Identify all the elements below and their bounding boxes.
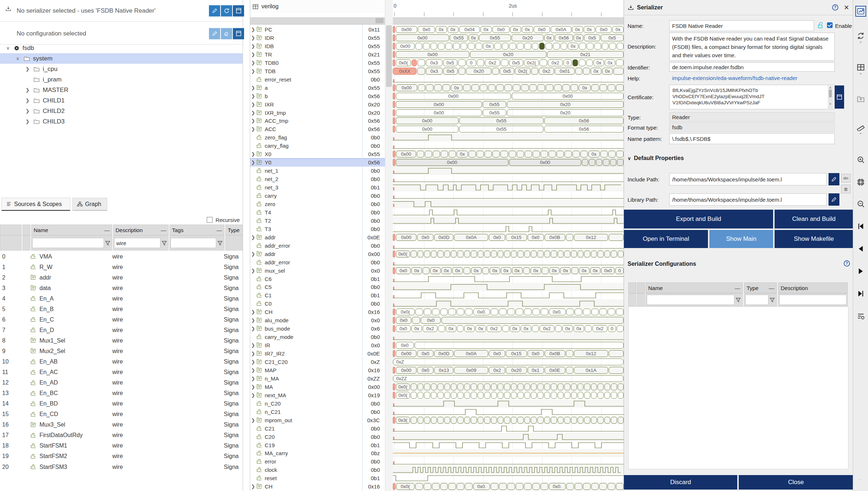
filter-input-description[interactable]: wire bbox=[114, 238, 160, 248]
signal-list-item-T4[interactable]: T4 0b0 bbox=[250, 208, 385, 217]
help-link[interactable]: impulse-extension/eda-waveform/fsdb-nati… bbox=[669, 73, 835, 83]
tab-graph[interactable]: Graph bbox=[72, 198, 107, 211]
table-row-En_AD[interactable]: 12 En_AD wire Signa bbox=[0, 378, 243, 388]
chevron-right-icon[interactable]: ❯ bbox=[251, 60, 256, 66]
scroll-up-icon[interactable]: ▲ bbox=[829, 86, 832, 89]
sort-indicator[interactable]: — bbox=[104, 227, 110, 233]
signal-list-item-n_C21[interactable]: n_C21 0b0 bbox=[250, 408, 385, 416]
table-row-data[interactable]: 3 data wire Signa bbox=[0, 283, 243, 293]
signal-list-item-next_MA[interactable]: ❯ next_MA 0x19 bbox=[250, 391, 385, 399]
table-row-addr[interactable]: 2 addr wire Signa bbox=[0, 272, 243, 283]
clean-and-build-button[interactable]: Clean and Build bbox=[775, 210, 853, 228]
scroll-down-icon[interactable]: ▼ bbox=[829, 102, 832, 105]
wave-row-C6[interactable] bbox=[393, 275, 624, 283]
chevron-right-icon[interactable]: ❯ bbox=[251, 93, 256, 99]
next-icon[interactable] bbox=[857, 267, 865, 275]
wave-row-C1[interactable] bbox=[393, 291, 624, 299]
tree-item-fsdb[interactable]: ∨ fsdb bbox=[0, 43, 243, 53]
chevron-right-icon[interactable]: ❯ bbox=[251, 376, 256, 381]
clear-configuration-button[interactable] bbox=[221, 28, 232, 39]
chevron-right-icon[interactable]: ❯ bbox=[251, 351, 256, 356]
signal-list-item-IXR_tmp[interactable]: ❯ IXR_tmp 0x20 bbox=[250, 109, 385, 117]
chevron-right-icon[interactable]: ❯ bbox=[251, 393, 256, 398]
signal-list-item-IXR[interactable]: ❯ IXR 0x20 bbox=[250, 100, 385, 109]
include-path-edit-button[interactable] bbox=[829, 173, 839, 185]
description-field[interactable]: With the FSDB Native reader you can read… bbox=[669, 33, 835, 61]
show-makefile-button[interactable]: Show Makefile bbox=[775, 230, 853, 248]
wave-row-C19[interactable] bbox=[393, 441, 624, 449]
wave-row-addr_error[interactable] bbox=[393, 258, 624, 267]
table-row-En_C[interactable]: 6 En_C wire Signa bbox=[0, 314, 243, 325]
filter-funnel-icon[interactable] bbox=[769, 297, 775, 303]
chevron-right-icon[interactable]: ❯ bbox=[251, 251, 256, 257]
filter-cell-name[interactable] bbox=[31, 235, 112, 251]
chevron-right-icon[interactable]: ❯ bbox=[251, 27, 256, 32]
signal-list-item-n_MA[interactable]: ❯ n_MA 0xZZ bbox=[250, 374, 385, 383]
tree-item-i_cpu[interactable]: ❯ i_cpu bbox=[0, 64, 243, 74]
wave-row-carry_mode[interactable] bbox=[393, 333, 624, 341]
table-row-En_B[interactable]: 5 En_B wire Signa bbox=[0, 304, 243, 314]
table-row-En_BD[interactable]: 14 En_BD wire Signa bbox=[0, 399, 243, 409]
signal-list-item-T3[interactable]: T3 0b0 bbox=[250, 225, 385, 233]
signal-list-item-net_2[interactable]: net_2 0b0 bbox=[250, 175, 385, 183]
prev-icon[interactable] bbox=[857, 245, 865, 253]
enable-checkbox[interactable] bbox=[827, 22, 833, 28]
certificate-scroll-thumb[interactable] bbox=[829, 89, 832, 97]
signal-list-item-MAP[interactable]: ❯ MAP 0x16 bbox=[250, 366, 385, 374]
wave-row-MA_carry[interactable] bbox=[393, 449, 624, 457]
signal-list-item-C6[interactable]: C6 0b1 bbox=[250, 275, 385, 283]
signal-list-item-a[interactable]: ❯ a 0x55 bbox=[250, 84, 385, 92]
wave-row-reset[interactable] bbox=[393, 474, 624, 482]
chevron-right-icon[interactable]: ❯ bbox=[25, 66, 30, 72]
wave-row-addr_error[interactable] bbox=[393, 242, 624, 250]
signal-list-item-Y0[interactable]: ❯ Y0 0x56 bbox=[250, 158, 385, 167]
cfg-column-header-type[interactable]: Type— bbox=[744, 282, 777, 293]
signal-list-item-addr_error[interactable]: addr_error 0b0 bbox=[250, 242, 385, 250]
filter-funnel-icon[interactable] bbox=[105, 240, 111, 246]
filter-cell-tags[interactable] bbox=[169, 235, 225, 251]
certificate-dialog-button[interactable] bbox=[835, 85, 844, 109]
sort-indicator[interactable]: — bbox=[735, 285, 740, 291]
wave-row-carry_flag[interactable] bbox=[393, 142, 624, 150]
signal-list-item-clock[interactable]: clock 0b0 bbox=[250, 466, 385, 474]
signal-list-item-b[interactable]: ❯ b 0x56 bbox=[250, 92, 385, 100]
help-icon[interactable]: ? bbox=[843, 260, 850, 267]
chevron-right-icon[interactable]: ❯ bbox=[251, 235, 256, 240]
edit-configuration-button[interactable] bbox=[209, 28, 220, 39]
signal-list-item-C21_C20[interactable]: ❯ C21_C20 0xZ bbox=[250, 358, 385, 366]
chevron-right-icon[interactable]: ❯ bbox=[251, 35, 256, 41]
abc-button[interactable]: abc bbox=[841, 174, 851, 182]
edit-serializer-button[interactable] bbox=[209, 5, 220, 16]
list-button[interactable]: ≣ bbox=[841, 185, 851, 193]
cfg-filter-input-name[interactable] bbox=[647, 295, 734, 305]
sort-indicator[interactable]: — bbox=[161, 227, 166, 233]
chevron-right-icon[interactable]: ❯ bbox=[251, 359, 256, 365]
lock-open-icon[interactable] bbox=[817, 22, 824, 29]
chevron-right-icon[interactable]: ❯ bbox=[251, 417, 256, 423]
filter-funnel-icon[interactable] bbox=[735, 297, 741, 303]
sync-icon[interactable]: ⌄ bbox=[857, 32, 865, 43]
library-path-field[interactable]: /home/thomas/Workspaces/impulse/de.toem.… bbox=[669, 193, 827, 206]
table-row-StartFSM3[interactable]: 20 StartFSM3 wire Signa bbox=[0, 462, 243, 472]
cfg-filter-input-description[interactable] bbox=[779, 295, 847, 305]
wave-row-C21[interactable] bbox=[393, 424, 624, 433]
wave-row-CH[interactable]: 0x0(0x0.0x0. bbox=[393, 308, 624, 316]
close-button[interactable]: Close bbox=[739, 475, 853, 490]
tree-item-CHILD1[interactable]: ❯ CHILD1 bbox=[0, 95, 243, 106]
chevron-right-icon[interactable]: ❯ bbox=[25, 87, 30, 93]
zoom-out-icon[interactable] bbox=[857, 200, 865, 208]
filter-cell-description[interactable]: wire bbox=[113, 235, 169, 251]
table-row-R_W[interactable]: 1 R_W wire Signa bbox=[0, 262, 243, 272]
cfg-filter-cell-type[interactable] bbox=[744, 293, 777, 306]
wave-row-Y0[interactable]: 0x000x00 bbox=[393, 158, 624, 167]
settings-list-icon[interactable] bbox=[857, 312, 865, 320]
chevron-down-icon[interactable]: ⌄ bbox=[859, 40, 862, 43]
default-properties-section[interactable]: ∨ Default Properties bbox=[628, 155, 684, 161]
wave-row-zero[interactable] bbox=[393, 200, 624, 208]
table-row-En_CD[interactable]: 15 En_CD wire Signa bbox=[0, 409, 243, 420]
chevron-right-icon[interactable]: ❯ bbox=[25, 98, 30, 103]
signal-list-item-bus_mode[interactable]: ❯ bus_mode 0x6 bbox=[250, 324, 385, 333]
signal-list-item-mprom_out[interactable]: ❯ mprom_out 0x3C bbox=[250, 416, 385, 424]
layout-grid-icon[interactable]: ⌄ bbox=[857, 63, 865, 74]
chevron-right-icon[interactable]: ❯ bbox=[251, 268, 256, 273]
